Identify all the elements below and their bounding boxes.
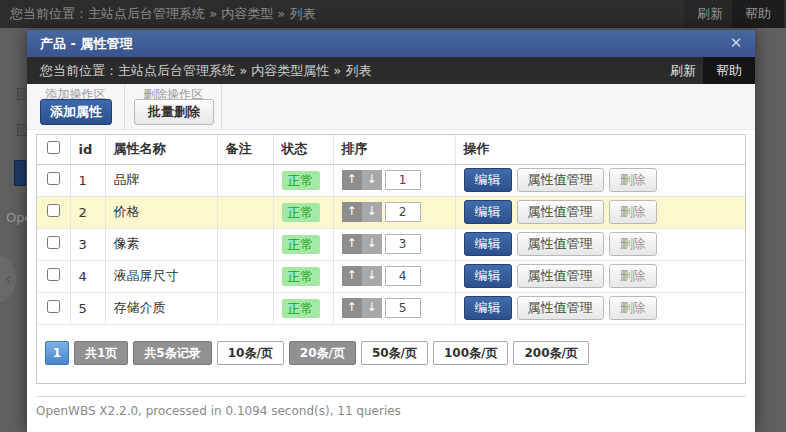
select-all-checkbox[interactable] bbox=[47, 141, 60, 154]
cell-name: 像素 bbox=[105, 228, 217, 260]
cell-remark bbox=[217, 260, 273, 292]
parent-help-button[interactable]: 帮助 bbox=[732, 0, 784, 28]
status-badge: 正常 bbox=[282, 235, 320, 254]
attribute-table-container: id 属性名称 备注 状态 排序 操作 1 品牌 正常 ↑↓ bbox=[36, 134, 746, 384]
cell-id: 1 bbox=[70, 164, 105, 196]
delete-button[interactable]: 删除 bbox=[609, 296, 657, 320]
sort-up-icon[interactable]: ↑ bbox=[342, 298, 362, 318]
sort-down-icon[interactable]: ↓ bbox=[362, 234, 382, 254]
page-size-button[interactable]: 100条/页 bbox=[433, 341, 508, 365]
table-row: 5 存储介质 正常 ↑↓ 编辑属性值管理删除 bbox=[37, 292, 745, 324]
attribute-table: id 属性名称 备注 状态 排序 操作 1 品牌 正常 ↑↓ bbox=[37, 135, 745, 325]
header-name: 属性名称 bbox=[105, 135, 217, 164]
attribute-values-button[interactable]: 属性值管理 bbox=[517, 264, 604, 288]
edit-button[interactable]: 编辑 bbox=[464, 264, 512, 288]
edit-button[interactable]: 编辑 bbox=[464, 168, 512, 192]
row-checkbox[interactable] bbox=[47, 236, 60, 249]
sort-down-icon[interactable]: ↓ bbox=[362, 170, 382, 190]
sort-order-input[interactable] bbox=[385, 202, 421, 222]
sort-up-icon[interactable]: ↑ bbox=[342, 234, 362, 254]
parent-top-bar: 您当前位置：主站点后台管理系统 » 内容类型 » 列表 刷新 帮助 bbox=[0, 0, 786, 28]
attribute-values-button[interactable]: 属性值管理 bbox=[517, 200, 604, 224]
cell-remark bbox=[217, 228, 273, 260]
header-id: id bbox=[70, 135, 105, 164]
header-status: 状态 bbox=[273, 135, 333, 164]
sort-order-input[interactable] bbox=[385, 170, 421, 190]
dialog-title: 产品 - 属性管理 bbox=[40, 36, 132, 51]
cell-name: 价格 bbox=[105, 196, 217, 228]
cell-name: 品牌 bbox=[105, 164, 217, 196]
page-number-button[interactable]: 1 bbox=[45, 341, 69, 365]
attribute-values-button[interactable]: 属性值管理 bbox=[517, 296, 604, 320]
pagination: 1共1页共5条记录10条/页20条/页50条/页100条/页200条/页 bbox=[37, 325, 745, 365]
page-size-button-active[interactable]: 20条/页 bbox=[289, 341, 356, 365]
sort-down-icon[interactable]: ↓ bbox=[362, 298, 382, 318]
page-size-button[interactable]: 200条/页 bbox=[513, 341, 588, 365]
edit-button[interactable]: 编辑 bbox=[464, 200, 512, 224]
status-badge: 正常 bbox=[282, 299, 320, 318]
sort-up-icon[interactable]: ↑ bbox=[342, 170, 362, 190]
edit-button[interactable]: 编辑 bbox=[464, 232, 512, 256]
cell-id: 5 bbox=[70, 292, 105, 324]
dialog-title-bar: 产品 - 属性管理 ✕ bbox=[27, 30, 755, 57]
cell-name: 存储介质 bbox=[105, 292, 217, 324]
sort-down-icon[interactable]: ↓ bbox=[362, 202, 382, 222]
toolbar: 添加操作区 添加属性 删除操作区 批量删除 bbox=[27, 84, 755, 130]
add-action-group: 添加操作区 添加属性 bbox=[27, 84, 125, 130]
table-header-row: id 属性名称 备注 状态 排序 操作 bbox=[37, 135, 745, 164]
attribute-values-button[interactable]: 属性值管理 bbox=[517, 168, 604, 192]
close-icon[interactable]: ✕ bbox=[725, 30, 747, 57]
footer-divider bbox=[36, 396, 746, 397]
page-size-button[interactable]: 50条/页 bbox=[361, 341, 428, 365]
total-records-label: 共5条记录 bbox=[133, 341, 211, 365]
header-remark: 备注 bbox=[217, 135, 273, 164]
breadcrumb: 您当前位置：主站点后台管理系统 » 内容类型属性 » 列表 bbox=[40, 63, 371, 78]
row-checkbox[interactable] bbox=[47, 300, 60, 313]
batch-delete-button[interactable]: 批量删除 bbox=[134, 99, 214, 125]
sort-order-input[interactable] bbox=[385, 298, 421, 318]
header-actions: 操作 bbox=[455, 135, 745, 164]
table-row: 3 像素 正常 ↑↓ 编辑属性值管理删除 bbox=[37, 228, 745, 260]
header-sort: 排序 bbox=[333, 135, 455, 164]
help-button[interactable]: 帮助 bbox=[703, 57, 755, 84]
cell-id: 2 bbox=[70, 196, 105, 228]
add-attribute-button[interactable]: 添加属性 bbox=[40, 99, 112, 125]
row-checkbox[interactable] bbox=[47, 172, 60, 185]
cell-remark bbox=[217, 292, 273, 324]
status-badge: 正常 bbox=[282, 267, 320, 286]
status-badge: 正常 bbox=[282, 171, 320, 190]
footer-status-text: OpenWBS X2.2.0, processed in 0.1094 seco… bbox=[36, 404, 401, 418]
sort-order-input[interactable] bbox=[385, 234, 421, 254]
attribute-manager-dialog: 产品 - 属性管理 ✕ 您当前位置：主站点后台管理系统 » 内容类型属性 » 列… bbox=[27, 30, 755, 432]
cell-remark bbox=[217, 164, 273, 196]
total-pages-label: 共1页 bbox=[74, 341, 128, 365]
delete-button[interactable]: 删除 bbox=[609, 232, 657, 256]
cell-remark bbox=[217, 196, 273, 228]
cell-id: 3 bbox=[70, 228, 105, 260]
edit-button[interactable]: 编辑 bbox=[464, 296, 512, 320]
table-row: 4 液晶屏尺寸 正常 ↑↓ 编辑属性值管理删除 bbox=[37, 260, 745, 292]
page-size-button[interactable]: 10条/页 bbox=[217, 341, 284, 365]
parent-breadcrumb: 您当前位置：主站点后台管理系统 » 内容类型 » 列表 bbox=[10, 0, 315, 28]
delete-button[interactable]: 删除 bbox=[609, 168, 657, 192]
parent-refresh-button[interactable]: 刷新 bbox=[684, 0, 736, 28]
table-row: 1 品牌 正常 ↑↓ 编辑属性值管理删除 bbox=[37, 164, 745, 196]
cell-name: 液晶屏尺寸 bbox=[105, 260, 217, 292]
attribute-values-button[interactable]: 属性值管理 bbox=[517, 232, 604, 256]
sort-up-icon[interactable]: ↑ bbox=[342, 202, 362, 222]
sort-up-icon[interactable]: ↑ bbox=[342, 266, 362, 286]
cell-id: 4 bbox=[70, 260, 105, 292]
delete-action-group: 删除操作区 批量删除 bbox=[125, 84, 222, 130]
sort-down-icon[interactable]: ↓ bbox=[362, 266, 382, 286]
dialog-breadcrumb-bar: 您当前位置：主站点后台管理系统 » 内容类型属性 » 列表 刷新 帮助 bbox=[27, 57, 755, 84]
sidebar-collapse-handle-icon[interactable]: ‹ bbox=[0, 256, 16, 302]
delete-button[interactable]: 删除 bbox=[609, 264, 657, 288]
status-badge: 正常 bbox=[282, 203, 320, 222]
delete-button[interactable]: 删除 bbox=[609, 200, 657, 224]
row-checkbox[interactable] bbox=[47, 204, 60, 217]
background-button-fragment bbox=[14, 160, 26, 186]
refresh-button[interactable]: 刷新 bbox=[657, 57, 709, 84]
sort-order-input[interactable] bbox=[385, 266, 421, 286]
table-row: 2 价格 正常 ↑↓ 编辑属性值管理删除 bbox=[37, 196, 745, 228]
row-checkbox[interactable] bbox=[47, 268, 60, 281]
